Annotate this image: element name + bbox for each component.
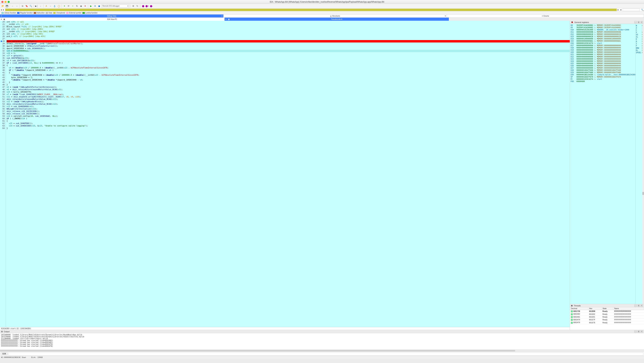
- sync-button[interactable]: ⇅: [75, 4, 78, 8]
- code-line[interactable]: [6, 38, 570, 40]
- lumina-button[interactable]: ✦: [63, 4, 66, 8]
- code-line[interactable]: v15 = sub_1046FD8C();: [6, 122, 570, 125]
- register-row[interactable]: X14 0000000100000000 ↳ MEMORY:0000000100…: [570, 38, 635, 40]
- tab-debug-view[interactable]: ✕Debug View✕: [0, 14, 224, 18]
- code-line[interactable]: v5 = (void *)WALogPathForCurrentExtensio…: [6, 86, 570, 88]
- register-row[interactable]: X20 0000000000000000 ↳ MEMORY:0000000000…: [570, 51, 635, 53]
- code-line[interactable]: v7 = (void *)sub_1046E3D1C(&OBJC_CLASS__…: [6, 93, 570, 96]
- code-line[interactable]: v4 = (double)v24 / 1000000.0 + (double)(…: [6, 67, 570, 69]
- register-row[interactable]: X30 00000001BD234360 ↳ libdyld.dylib:__t…: [570, 74, 635, 76]
- panel-close-icon[interactable]: ✕: [640, 21, 643, 24]
- tab-enums[interactable]: ≡Enums: [447, 14, 644, 18]
- bp-add-button[interactable]: ⬤+: [146, 4, 149, 8]
- history-button[interactable]: ◉: [79, 4, 83, 8]
- code-line[interactable]: byte_105DE3960 = 1;: [6, 76, 570, 79]
- register-row[interactable]: X26 0000000000000000 ↳ MEMORY:0000000000…: [570, 64, 635, 67]
- thread-row[interactable]: 6692478661E7EReadyFFFFFFFFFFFFFFFF: [570, 321, 644, 324]
- close-window-button[interactable]: [2, 1, 4, 3]
- col-hex[interactable]: Hex: [588, 307, 601, 310]
- nav-back-button[interactable]: ←: [11, 4, 14, 8]
- register-row[interactable]: X15 0000000000000881 ↳ MEMORY:0000000000…: [570, 40, 635, 42]
- step-down-button[interactable]: ↓: [39, 4, 42, 8]
- open-file-button[interactable]: 📂: [1, 4, 4, 8]
- panel-settings-icon[interactable]: ⚙: [638, 330, 640, 333]
- panel-close-icon[interactable]: ✕: [640, 304, 643, 307]
- code-line[interactable]: if ( (_DWORD)v14 ): [6, 118, 570, 120]
- code-line[interactable]: Block_layout *v23; // [xsp+20h] [xbp-2E0…: [6, 26, 570, 28]
- register-row[interactable]: X22 0000000000000000 ↳ MEMORY:0000000000…: [570, 56, 635, 58]
- code-line[interactable]: __int64 v25; // [xsp+2A8h] [xbp-58h] BYR…: [6, 30, 570, 33]
- panel-minimize-icon[interactable]: —: [634, 330, 637, 333]
- code-line[interactable]: v27 = getpid();: [6, 54, 570, 57]
- code-line[interactable]: v6 = objc_retainAutoreleasedReturnValue_…: [6, 88, 570, 91]
- maximize-window-button[interactable]: [8, 1, 10, 3]
- register-row[interactable]: X28 000000016DA7FA98 ↳ MEMORY:000000016D…: [570, 69, 635, 71]
- code-line[interactable]: objc_retainAutoreleasedReturnValue_BCA8(…: [6, 103, 570, 105]
- register-row[interactable]: X21 0000000000000000 ↳ MEMORY:0000000000…: [570, 53, 635, 56]
- code-line[interactable]: v12 = (void *)WALogHeaderBlock();: [6, 100, 570, 103]
- register-row[interactable]: X19 0000000000000000 ↳ MEMORY:0000000000…: [570, 49, 635, 51]
- code-line[interactable]: objc_release_x24_10235C698();: [6, 110, 570, 112]
- text-a-button[interactable]: A: [44, 4, 48, 8]
- tab-pseudocode[interactable]: ✕ ▦ Pseudocode-A: [224, 18, 449, 21]
- pause-button[interactable]: ⏸: [93, 4, 97, 8]
- register-row[interactable]: SP 000000016DA7FA70 ↳ MEMORY:000000016DA…: [570, 76, 635, 78]
- register-row[interactable]: PSR 60000000: [570, 80, 635, 82]
- code-line[interactable]: v3 = sub_10472BD30(&v25);: [6, 60, 570, 62]
- code-line[interactable]: }: [6, 127, 570, 130]
- minimize-window-button[interactable]: [4, 1, 6, 3]
- code-line[interactable]: *(double *)&qword_105DE3938 = (double)v2…: [6, 74, 570, 76]
- bp-del-button[interactable]: ⬤-: [150, 4, 153, 8]
- thread-row[interactable]: 6692479661E7FReadyFFFFFFFFFFFFFFFF: [570, 318, 644, 321]
- gdb-button[interactable]: GDB: [1, 352, 8, 355]
- tab-ida-view[interactable]: ✕ ▦ IDA View-PC: [0, 18, 224, 21]
- register-row[interactable]: X23 0000000000000000 ↳ MEMORY:0000000000…: [570, 58, 635, 60]
- gdb-input[interactable]: [8, 352, 643, 356]
- pseudocode-view[interactable]: 2021222324252627282930313233343536373839…: [0, 21, 570, 327]
- panel-settings-icon[interactable]: ⚙: [638, 304, 640, 307]
- overview-track[interactable]: [5, 9, 617, 11]
- code-line[interactable]: sub_10470FBA4(&v23);: [6, 57, 570, 60]
- code-line[interactable]: v13 = sub_1046E8000(v6);: [6, 105, 570, 108]
- code-line[interactable]: WALogWriterInitialize(v13);: [6, 108, 570, 110]
- copy-button[interactable]: ⧉: [21, 4, 24, 8]
- output-scrollbar-h[interactable]: [0, 350, 644, 352]
- tab-structures[interactable]: A̲Structures✕: [224, 14, 447, 18]
- register-row[interactable]: PC 00000001039CA374 ↳ start: [570, 78, 635, 80]
- code-line[interactable]: {: [6, 64, 570, 67]
- register-row[interactable]: X25 0000000000000000 ↳ MEMORY:0000000000…: [570, 62, 635, 64]
- code-line[interactable]: }: [6, 84, 570, 86]
- panel-minimize-icon[interactable]: —: [634, 304, 637, 307]
- register-row[interactable]: X24 0000000000000000 ↳ MEMORY:0000000000…: [570, 60, 635, 62]
- code-line[interactable]: __int64 v21; // x20: [6, 23, 570, 26]
- register-row[interactable]: X29 000000016DA7FA80 ↳ MEMORY:000000016D…: [570, 71, 635, 74]
- overview-right[interactable]: ▶: [617, 8, 620, 11]
- col-decimal[interactable]: Decimal: [570, 307, 588, 310]
- code-line[interactable]: v23 = &stru_1053A4770;: [6, 91, 570, 93]
- overview-go-button[interactable]: 🔍: [640, 8, 644, 12]
- register-row[interactable]: X11 000000000000000B ↳ MEMORY:0000000000…: [570, 31, 635, 33]
- stop-button[interactable]: ◼: [98, 4, 101, 8]
- overview-left[interactable]: ◀: [0, 8, 2, 11]
- save-button[interactable]: 💾: [5, 4, 9, 8]
- panel-settings-icon[interactable]: ⚙: [638, 21, 640, 24]
- register-row[interactable]: X9 392E0FC41A260082 ↳ MEMORY:392E0FC41A2…: [570, 26, 635, 29]
- threads-body[interactable]: Decimal Hex State Name 6691736661B98Read…: [570, 307, 644, 330]
- code-line[interactable]: if ( (sub_10472BD0C(v3, 4LL) & 0x8000000…: [6, 62, 570, 64]
- find-button[interactable]: 🔍: [29, 4, 32, 8]
- plus-button[interactable]: +: [71, 4, 74, 8]
- register-row[interactable]: X8 392E0FC41A260082 ↳ MEMORY:392E0FC41A2…: [570, 24, 635, 26]
- dash-button[interactable]: –: [49, 4, 52, 8]
- code-line[interactable]: {: [6, 120, 570, 122]
- overview-address-input[interactable]: [622, 9, 640, 11]
- col-name[interactable]: Name: [613, 307, 644, 310]
- output-body[interactable]: 107340000: loaded /Library/MobileSubstra…: [0, 333, 644, 350]
- thread-row[interactable]: 6691736661B98ReadyFFFFFFFFFFFFFFFF: [570, 310, 644, 313]
- register-row[interactable]: X17 0000000000000000 ↳ MEMORY:0000000000…: [570, 44, 635, 47]
- overview-end[interactable]: ◀: [620, 8, 622, 11]
- code-line[interactable]: v26 = 1;: [6, 52, 570, 54]
- code-line[interactable]: qword_105DE3940 = CFAbsoluteTimeGetCurre…: [6, 45, 570, 47]
- code-line[interactable]: v14 = sub_1046DC8A0(v15, &v23, "Unable t…: [6, 125, 570, 127]
- cancel-button[interactable]: ✕: [84, 4, 87, 8]
- thread-row[interactable]: 6692481661E81ReadyFFFFFFFFFFFFFFFF: [570, 316, 644, 318]
